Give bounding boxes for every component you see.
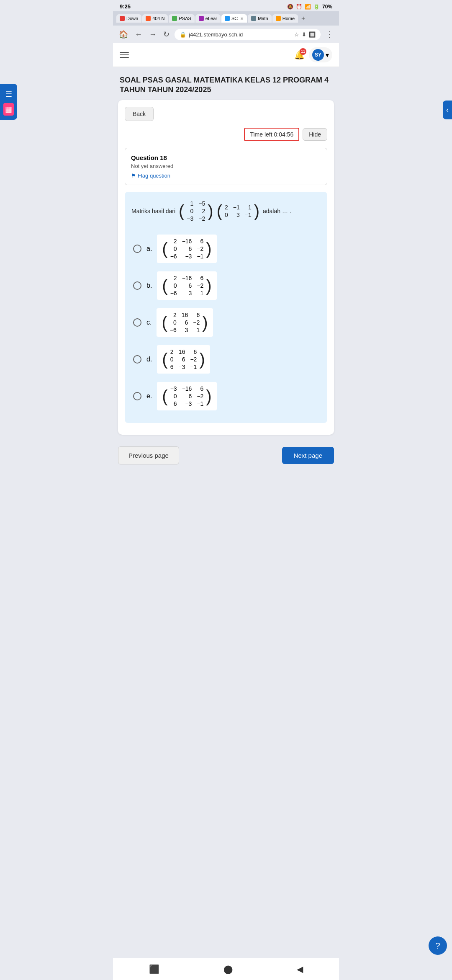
- page-title: SOAL PSAS GASAL MATEMATIKA KELAS 12 PROG…: [120, 75, 332, 95]
- option-a-matrix: ( 2−166 06−2 −6−3−1 ): [157, 235, 216, 263]
- refresh-button[interactable]: ↻: [162, 28, 171, 41]
- chevron-down-icon: ▾: [326, 51, 329, 59]
- new-tab-button[interactable]: +: [299, 13, 308, 24]
- tab-psas[interactable]: PSAS: [169, 14, 194, 23]
- avatar: SY: [312, 49, 324, 61]
- download-icon[interactable]: ⬇: [302, 31, 306, 38]
- url-text: j4421.stembayo.sch.id: [189, 31, 292, 38]
- option-e-label: e.: [146, 392, 152, 400]
- tab-home[interactable]: Home: [272, 14, 298, 23]
- option-d[interactable]: d. ( 2166 06−2 6−3−1 ): [131, 341, 321, 378]
- flag-question-link[interactable]: ⚑ Flag question: [131, 173, 321, 179]
- notification-badge: 11: [300, 48, 306, 55]
- option-b-matrix: ( 2−166 06−2 −631 ): [157, 271, 216, 300]
- matrix2: ( 2−11 03−1 ): [217, 203, 259, 219]
- tab-down[interactable]: Down: [116, 14, 141, 23]
- notification-button[interactable]: 🔔 11: [294, 50, 305, 60]
- quiz-card: Back Time left 0:04:56 Hide Question 18 …: [118, 100, 334, 435]
- profile-icon[interactable]: 🔲: [309, 31, 316, 38]
- radio-c[interactable]: [133, 318, 141, 327]
- app-toolbar: 🔔 11 SY ▾: [113, 43, 339, 67]
- timer-display: Time left 0:04:56: [244, 128, 299, 141]
- address-bar: 🏠 ← → ↻ 🔒 j4421.stembayo.sch.id ☆ ⬇ 🔲 ⋮: [113, 26, 339, 43]
- timer-row: Time left 0:04:56 Hide: [125, 128, 327, 141]
- option-c-label: c.: [146, 319, 152, 326]
- matrix1-body: 1−5 02 −3−2: [185, 200, 207, 222]
- time: 9:25: [120, 3, 131, 10]
- question-content: Matriks hasil dari ( 1−5 02 −3−2 ) ( 2−1…: [125, 192, 327, 423]
- alarm-icon: ⏰: [296, 4, 302, 10]
- tab-matri[interactable]: Matri: [248, 14, 271, 23]
- option-e[interactable]: e. ( −3−166 06−2 6−3−1 ): [131, 378, 321, 415]
- question-text: Matriks hasil dari ( 1−5 02 −3−2 ) ( 2−1…: [131, 200, 321, 222]
- previous-page-button[interactable]: Previous page: [118, 446, 179, 464]
- option-c-matrix: ( 2166 06−2 −631 ): [157, 308, 213, 337]
- option-a-label: a.: [146, 245, 152, 253]
- battery-icon: 🔋: [313, 4, 320, 10]
- mute-icon: 🔕: [287, 4, 293, 10]
- matrix2-body: 2−11 03−1: [223, 204, 253, 218]
- lock-icon: 🔒: [180, 31, 186, 38]
- star-icon[interactable]: ☆: [294, 31, 299, 38]
- menu-button[interactable]: ⋮: [324, 28, 335, 41]
- flag-icon: ⚑: [131, 173, 136, 179]
- matrix2-left-bracket: (: [217, 203, 222, 219]
- question-header: Question 18 Not yet answered ⚑ Flag ques…: [125, 148, 327, 185]
- option-e-matrix: ( −3−166 06−2 6−3−1 ): [157, 382, 216, 410]
- navigation-buttons: Previous page Next page: [113, 441, 339, 473]
- radio-b[interactable]: [133, 281, 141, 290]
- status-bar: 9:25 🔕 ⏰ 📶 🔋 70%: [113, 0, 339, 11]
- forward-button[interactable]: →: [147, 28, 158, 41]
- url-bar[interactable]: 🔒 j4421.stembayo.sch.id ☆ ⬇ 🔲: [175, 29, 321, 40]
- battery-percent: 70%: [322, 4, 332, 10]
- page-title-section: SOAL PSAS GASAL MATEMATIKA KELAS 12 PROG…: [113, 67, 339, 100]
- radio-d[interactable]: [133, 355, 141, 364]
- user-chip[interactable]: SY ▾: [309, 47, 332, 62]
- option-d-label: d.: [146, 356, 152, 363]
- home-button[interactable]: 🏠: [117, 28, 130, 41]
- browser-tabs: Down 404 N PSAS eLear SC ✕ Matri Home +: [113, 11, 339, 26]
- back-button-quiz[interactable]: Back: [125, 107, 154, 121]
- tab-elear[interactable]: eLear: [195, 14, 221, 23]
- tab-404[interactable]: 404 N: [142, 14, 168, 23]
- radio-e[interactable]: [133, 392, 141, 400]
- question-number: Question 18: [131, 154, 321, 161]
- option-a[interactable]: a. ( 2−166 06−2 −6−3−1 ): [131, 230, 321, 267]
- signal-icon: 📶: [305, 4, 311, 10]
- back-button[interactable]: ←: [133, 28, 144, 41]
- question-status: Not yet answered: [131, 163, 321, 169]
- hamburger-menu[interactable]: [120, 52, 129, 58]
- matrix1: ( 1−5 02 −3−2 ): [179, 200, 213, 222]
- option-b[interactable]: b. ( 2−166 06−2 −631 ): [131, 267, 321, 304]
- matrix1-right-bracket: ): [208, 203, 213, 219]
- status-icons: 🔕 ⏰ 📶 🔋 70%: [287, 4, 332, 10]
- matrix1-left-bracket: (: [179, 203, 184, 219]
- option-b-label: b.: [146, 282, 152, 289]
- hide-button[interactable]: Hide: [303, 128, 327, 141]
- option-d-matrix: ( 2166 06−2 6−3−1 ): [157, 345, 210, 374]
- tab-sc[interactable]: SC ✕: [221, 14, 247, 23]
- option-c[interactable]: c. ( 2166 06−2 −631 ): [131, 304, 321, 341]
- matrix2-right-bracket: ): [254, 203, 259, 219]
- next-page-button[interactable]: Next page: [282, 447, 334, 464]
- radio-a[interactable]: [133, 245, 141, 253]
